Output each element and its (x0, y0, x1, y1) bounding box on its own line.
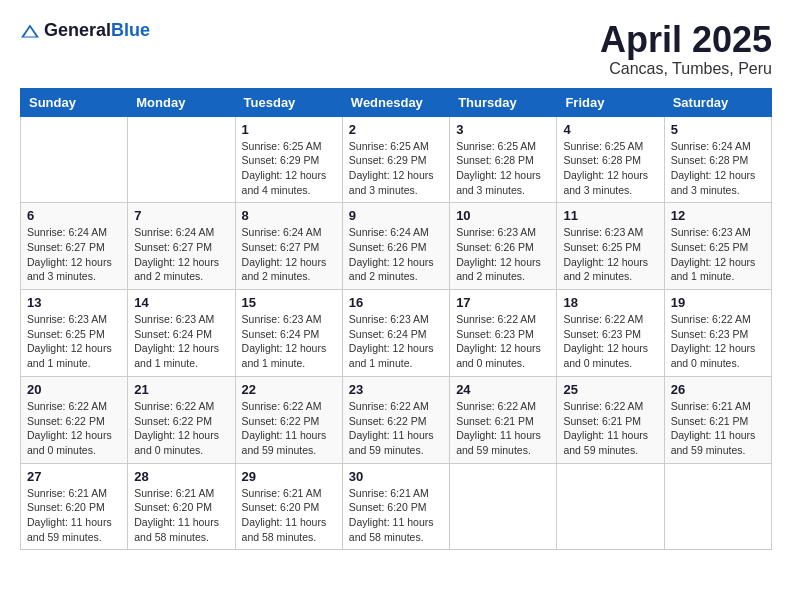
calendar-cell: 1Sunrise: 6:25 AM Sunset: 6:29 PM Daylig… (235, 116, 342, 203)
calendar-cell: 28Sunrise: 6:21 AM Sunset: 6:20 PM Dayli… (128, 463, 235, 550)
day-info: Sunrise: 6:23 AM Sunset: 6:25 PM Dayligh… (27, 312, 121, 371)
day-info: Sunrise: 6:25 AM Sunset: 6:29 PM Dayligh… (349, 139, 443, 198)
calendar-cell: 18Sunrise: 6:22 AM Sunset: 6:23 PM Dayli… (557, 290, 664, 377)
day-number: 11 (563, 208, 657, 223)
calendar-cell: 21Sunrise: 6:22 AM Sunset: 6:22 PM Dayli… (128, 376, 235, 463)
weekday-header-wednesday: Wednesday (342, 88, 449, 116)
calendar-table: SundayMondayTuesdayWednesdayThursdayFrid… (20, 88, 772, 551)
day-info: Sunrise: 6:21 AM Sunset: 6:20 PM Dayligh… (27, 486, 121, 545)
day-info: Sunrise: 6:23 AM Sunset: 6:24 PM Dayligh… (242, 312, 336, 371)
day-info: Sunrise: 6:22 AM Sunset: 6:21 PM Dayligh… (563, 399, 657, 458)
day-number: 17 (456, 295, 550, 310)
day-info: Sunrise: 6:25 AM Sunset: 6:28 PM Dayligh… (563, 139, 657, 198)
calendar-cell: 12Sunrise: 6:23 AM Sunset: 6:25 PM Dayli… (664, 203, 771, 290)
weekday-header-monday: Monday (128, 88, 235, 116)
day-number: 6 (27, 208, 121, 223)
calendar-cell: 24Sunrise: 6:22 AM Sunset: 6:21 PM Dayli… (450, 376, 557, 463)
day-info: Sunrise: 6:21 AM Sunset: 6:21 PM Dayligh… (671, 399, 765, 458)
day-info: Sunrise: 6:24 AM Sunset: 6:27 PM Dayligh… (242, 225, 336, 284)
day-number: 27 (27, 469, 121, 484)
calendar-cell: 13Sunrise: 6:23 AM Sunset: 6:25 PM Dayli… (21, 290, 128, 377)
day-number: 7 (134, 208, 228, 223)
day-info: Sunrise: 6:23 AM Sunset: 6:24 PM Dayligh… (349, 312, 443, 371)
calendar-cell (21, 116, 128, 203)
day-info: Sunrise: 6:22 AM Sunset: 6:23 PM Dayligh… (563, 312, 657, 371)
calendar-cell: 9Sunrise: 6:24 AM Sunset: 6:26 PM Daylig… (342, 203, 449, 290)
calendar-cell: 26Sunrise: 6:21 AM Sunset: 6:21 PM Dayli… (664, 376, 771, 463)
logo-general-text: General (44, 20, 111, 40)
day-info: Sunrise: 6:21 AM Sunset: 6:20 PM Dayligh… (134, 486, 228, 545)
weekday-header-thursday: Thursday (450, 88, 557, 116)
day-number: 15 (242, 295, 336, 310)
calendar-cell: 23Sunrise: 6:22 AM Sunset: 6:22 PM Dayli… (342, 376, 449, 463)
day-number: 19 (671, 295, 765, 310)
day-info: Sunrise: 6:22 AM Sunset: 6:23 PM Dayligh… (671, 312, 765, 371)
calendar-cell: 14Sunrise: 6:23 AM Sunset: 6:24 PM Dayli… (128, 290, 235, 377)
day-number: 5 (671, 122, 765, 137)
day-info: Sunrise: 6:21 AM Sunset: 6:20 PM Dayligh… (242, 486, 336, 545)
day-info: Sunrise: 6:22 AM Sunset: 6:21 PM Dayligh… (456, 399, 550, 458)
day-info: Sunrise: 6:23 AM Sunset: 6:25 PM Dayligh… (671, 225, 765, 284)
weekday-header-saturday: Saturday (664, 88, 771, 116)
calendar-cell: 27Sunrise: 6:21 AM Sunset: 6:20 PM Dayli… (21, 463, 128, 550)
calendar-cell (557, 463, 664, 550)
calendar-cell: 3Sunrise: 6:25 AM Sunset: 6:28 PM Daylig… (450, 116, 557, 203)
calendar-cell: 17Sunrise: 6:22 AM Sunset: 6:23 PM Dayli… (450, 290, 557, 377)
day-number: 12 (671, 208, 765, 223)
day-number: 25 (563, 382, 657, 397)
day-info: Sunrise: 6:24 AM Sunset: 6:28 PM Dayligh… (671, 139, 765, 198)
day-info: Sunrise: 6:24 AM Sunset: 6:26 PM Dayligh… (349, 225, 443, 284)
day-info: Sunrise: 6:24 AM Sunset: 6:27 PM Dayligh… (134, 225, 228, 284)
title-area: April 2025 Cancas, Tumbes, Peru (600, 20, 772, 78)
day-number: 9 (349, 208, 443, 223)
day-info: Sunrise: 6:24 AM Sunset: 6:27 PM Dayligh… (27, 225, 121, 284)
logo-blue-text: Blue (111, 20, 150, 40)
day-info: Sunrise: 6:25 AM Sunset: 6:28 PM Dayligh… (456, 139, 550, 198)
day-number: 13 (27, 295, 121, 310)
day-number: 10 (456, 208, 550, 223)
weekday-header-row: SundayMondayTuesdayWednesdayThursdayFrid… (21, 88, 772, 116)
calendar-cell (128, 116, 235, 203)
day-number: 22 (242, 382, 336, 397)
calendar-week-row: 6Sunrise: 6:24 AM Sunset: 6:27 PM Daylig… (21, 203, 772, 290)
calendar-cell: 7Sunrise: 6:24 AM Sunset: 6:27 PM Daylig… (128, 203, 235, 290)
calendar-cell: 16Sunrise: 6:23 AM Sunset: 6:24 PM Dayli… (342, 290, 449, 377)
calendar-cell (664, 463, 771, 550)
day-number: 28 (134, 469, 228, 484)
day-number: 3 (456, 122, 550, 137)
day-info: Sunrise: 6:23 AM Sunset: 6:24 PM Dayligh… (134, 312, 228, 371)
day-info: Sunrise: 6:22 AM Sunset: 6:22 PM Dayligh… (349, 399, 443, 458)
day-info: Sunrise: 6:22 AM Sunset: 6:22 PM Dayligh… (242, 399, 336, 458)
day-number: 30 (349, 469, 443, 484)
day-number: 1 (242, 122, 336, 137)
day-number: 20 (27, 382, 121, 397)
day-number: 26 (671, 382, 765, 397)
calendar-week-row: 1Sunrise: 6:25 AM Sunset: 6:29 PM Daylig… (21, 116, 772, 203)
month-year-title: April 2025 (600, 20, 772, 60)
day-number: 29 (242, 469, 336, 484)
day-number: 24 (456, 382, 550, 397)
weekday-header-friday: Friday (557, 88, 664, 116)
day-info: Sunrise: 6:21 AM Sunset: 6:20 PM Dayligh… (349, 486, 443, 545)
day-info: Sunrise: 6:22 AM Sunset: 6:22 PM Dayligh… (134, 399, 228, 458)
calendar-cell: 10Sunrise: 6:23 AM Sunset: 6:26 PM Dayli… (450, 203, 557, 290)
day-number: 4 (563, 122, 657, 137)
day-info: Sunrise: 6:23 AM Sunset: 6:26 PM Dayligh… (456, 225, 550, 284)
calendar-cell (450, 463, 557, 550)
calendar-cell: 19Sunrise: 6:22 AM Sunset: 6:23 PM Dayli… (664, 290, 771, 377)
calendar-cell: 22Sunrise: 6:22 AM Sunset: 6:22 PM Dayli… (235, 376, 342, 463)
day-number: 14 (134, 295, 228, 310)
header: GeneralBlue April 2025 Cancas, Tumbes, P… (20, 20, 772, 78)
day-number: 2 (349, 122, 443, 137)
calendar-cell: 29Sunrise: 6:21 AM Sunset: 6:20 PM Dayli… (235, 463, 342, 550)
calendar-cell: 15Sunrise: 6:23 AM Sunset: 6:24 PM Dayli… (235, 290, 342, 377)
day-number: 18 (563, 295, 657, 310)
calendar-cell: 11Sunrise: 6:23 AM Sunset: 6:25 PM Dayli… (557, 203, 664, 290)
day-info: Sunrise: 6:22 AM Sunset: 6:23 PM Dayligh… (456, 312, 550, 371)
day-info: Sunrise: 6:25 AM Sunset: 6:29 PM Dayligh… (242, 139, 336, 198)
weekday-header-tuesday: Tuesday (235, 88, 342, 116)
calendar-cell: 30Sunrise: 6:21 AM Sunset: 6:20 PM Dayli… (342, 463, 449, 550)
day-number: 16 (349, 295, 443, 310)
logo: GeneralBlue (20, 20, 150, 41)
calendar-week-row: 13Sunrise: 6:23 AM Sunset: 6:25 PM Dayli… (21, 290, 772, 377)
